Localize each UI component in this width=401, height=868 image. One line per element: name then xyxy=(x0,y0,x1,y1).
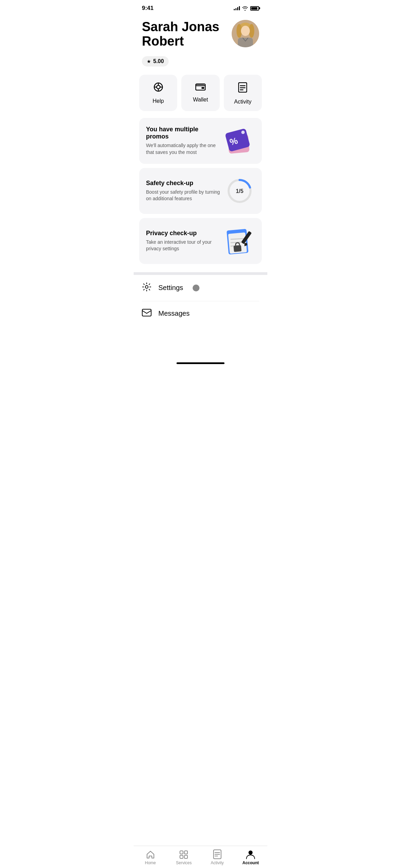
rating-badge: ★ 5.00 xyxy=(142,56,169,67)
activity-button[interactable]: Activity xyxy=(224,75,262,111)
svg-rect-5 xyxy=(238,38,253,47)
settings-label: Settings xyxy=(158,284,183,292)
svg-rect-14 xyxy=(202,87,204,89)
messages-menu-item[interactable]: Messages xyxy=(142,301,259,326)
privacy-card-subtitle: Take an interactive tour of your privacy… xyxy=(146,239,220,252)
safety-card-text: Safety check-up Boost your safety profil… xyxy=(146,180,220,202)
section-divider xyxy=(134,272,267,275)
rating-star-icon: ★ xyxy=(147,59,151,64)
promos-card-title: You have multiple promos xyxy=(146,126,220,140)
rating-value: 5.00 xyxy=(153,58,164,64)
privacy-card-text: Privacy check-up Take an interactive tou… xyxy=(146,230,220,252)
status-time: 9:41 xyxy=(142,5,154,12)
svg-text:1/5: 1/5 xyxy=(236,188,243,194)
cards-section: You have multiple promos We'll automatic… xyxy=(134,118,267,264)
avatar-image xyxy=(232,20,259,47)
wallet-icon xyxy=(195,82,206,93)
svg-rect-36 xyxy=(180,851,183,854)
safety-card[interactable]: Safety check-up Boost your safety profil… xyxy=(139,168,262,214)
activity-label: Activity xyxy=(234,99,252,105)
svg-point-7 xyxy=(157,85,160,89)
svg-rect-39 xyxy=(184,855,187,858)
svg-point-22 xyxy=(241,131,245,134)
safety-card-subtitle: Boost your safety profile by turning on … xyxy=(146,189,220,202)
nav-home[interactable]: Home xyxy=(138,850,162,865)
nav-home-label: Home xyxy=(145,860,156,865)
wifi-icon xyxy=(242,6,248,11)
menu-section: Settings Messages xyxy=(134,275,267,326)
svg-rect-37 xyxy=(184,851,187,854)
home-indicator xyxy=(177,362,224,364)
status-bar: 9:41 xyxy=(134,0,267,14)
profile-name: Sarah Jonas Robert xyxy=(142,20,231,49)
safety-illustration: 1/5 xyxy=(224,176,255,206)
svg-rect-31 xyxy=(233,245,241,252)
mail-icon xyxy=(142,309,151,318)
help-label: Help xyxy=(153,98,164,104)
person-icon xyxy=(246,849,255,859)
svg-point-34 xyxy=(145,286,148,288)
help-button[interactable]: Help xyxy=(139,75,177,111)
svg-point-4 xyxy=(241,26,250,36)
settings-menu-item[interactable]: Settings xyxy=(142,275,259,301)
bottom-nav: Home Services Activity Account xyxy=(134,846,267,868)
activity-icon xyxy=(238,82,247,95)
svg-point-44 xyxy=(248,851,253,855)
wallet-button[interactable]: Wallet xyxy=(181,75,219,111)
avatar xyxy=(232,20,259,47)
grid-icon xyxy=(179,850,188,859)
settings-badge xyxy=(193,285,199,291)
promos-card-subtitle: We'll automatically apply the one that s… xyxy=(146,142,220,156)
promos-card-text: You have multiple promos We'll automatic… xyxy=(146,126,220,156)
promos-illustration: % xyxy=(224,125,255,156)
messages-label: Messages xyxy=(158,310,190,317)
receipt-icon xyxy=(213,849,221,859)
safety-card-title: Safety check-up xyxy=(146,180,220,187)
gear-icon xyxy=(142,282,151,293)
nav-account[interactable]: Account xyxy=(239,849,263,865)
nav-services-label: Services xyxy=(176,860,192,865)
svg-rect-35 xyxy=(142,309,151,316)
wallet-label: Wallet xyxy=(193,97,208,103)
profile-section: Sarah Jonas Robert xyxy=(134,14,267,51)
privacy-card[interactable]: Privacy check-up Take an interactive tou… xyxy=(139,218,262,264)
nav-activity[interactable]: Activity xyxy=(205,849,229,865)
help-icon xyxy=(154,82,163,94)
status-icons xyxy=(234,6,259,11)
battery-icon xyxy=(250,6,259,11)
svg-line-28 xyxy=(231,239,243,239)
nav-activity-label: Activity xyxy=(211,860,224,865)
home-icon xyxy=(146,850,155,859)
quick-actions-grid: Help Wallet Activity xyxy=(134,75,267,118)
privacy-card-title: Privacy check-up xyxy=(146,230,220,237)
nav-account-label: Account xyxy=(242,860,259,865)
promos-card[interactable]: You have multiple promos We'll automatic… xyxy=(139,118,262,164)
svg-rect-38 xyxy=(180,855,183,858)
privacy-illustration xyxy=(224,226,255,256)
signal-icon xyxy=(234,6,240,10)
nav-services[interactable]: Services xyxy=(172,850,196,865)
